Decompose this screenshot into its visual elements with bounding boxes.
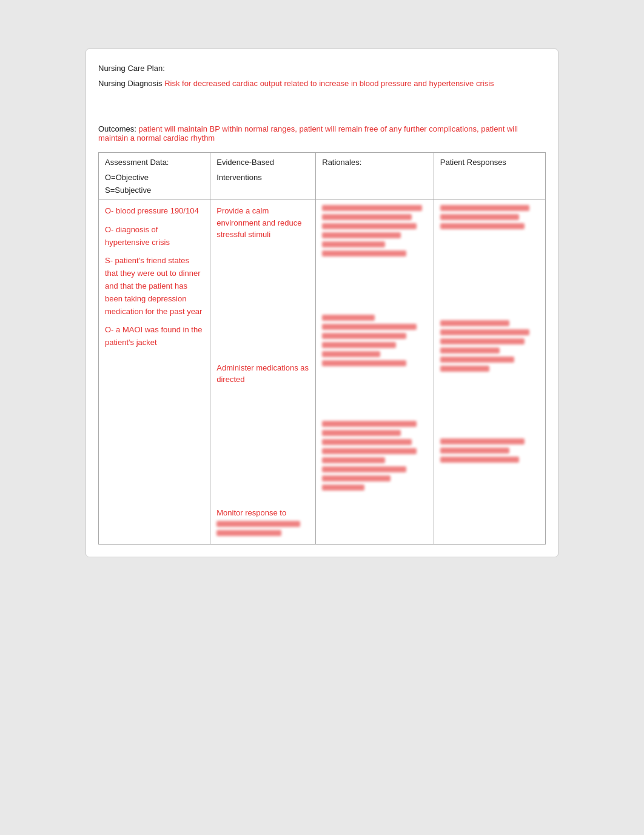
assessment-item-diagnosis: O- diagnosis of hypertensive crisis: [105, 224, 204, 249]
care-table: Assessment Data: O=Objective S=Subjectiv…: [98, 152, 546, 545]
th-rationales: Rationales:: [316, 153, 434, 200]
diagnosis-text: Risk for decreased cardiac output relate…: [164, 79, 494, 88]
intervention-1: Provide a calm environment and reduce st…: [216, 205, 309, 241]
card-title: Nursing Care Plan:: [98, 64, 546, 73]
interventions-cell: Provide a calm environment and reduce st…: [210, 200, 316, 545]
assessment-item-maoi: O- a MAOI was found in the patient's jac…: [105, 324, 204, 349]
rationales-cell: [316, 200, 434, 545]
outcomes-label: Outcomes:: [98, 124, 136, 133]
responses-cell: [434, 200, 545, 545]
intervention-2: Administer medications as directed: [216, 362, 309, 386]
nursing-care-plan-card: Nursing Care Plan: Nursing Diagnosis Ris…: [86, 49, 558, 557]
diagnosis-line: Nursing Diagnosis Risk for decreased car…: [98, 79, 546, 88]
table-row: O- blood pressure 190/104 O- diagnosis o…: [99, 200, 546, 545]
th-evidence: Evidence-Based Interventions: [210, 153, 316, 200]
assessment-item-bp: O- blood pressure 190/104: [105, 205, 204, 218]
outcomes-block: Outcomes: patient will maintain BP withi…: [98, 124, 546, 143]
th-assessment: Assessment Data: O=Objective S=Subjectiv…: [99, 153, 210, 200]
assessment-data-cell: O- blood pressure 190/104 O- diagnosis o…: [99, 200, 210, 545]
outcomes-text: patient will maintain BP within normal r…: [98, 124, 518, 143]
th-responses: Patient Responses: [434, 153, 545, 200]
assessment-item-friend: S- patient's friend states that they wer…: [105, 255, 204, 318]
diagnosis-label: Nursing Diagnosis: [98, 79, 163, 88]
intervention-3: Monitor response to: [216, 507, 309, 519]
